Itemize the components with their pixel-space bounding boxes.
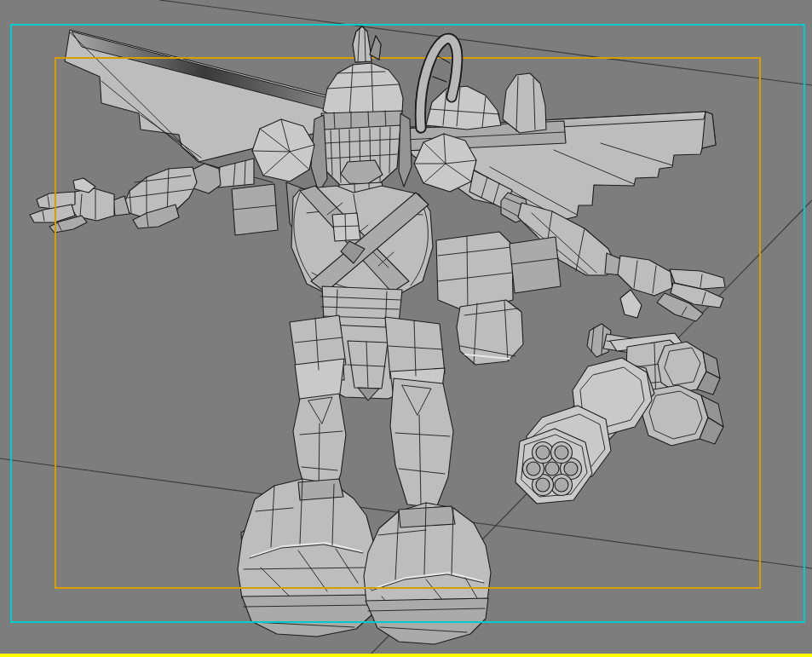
active-viewport-border xyxy=(0,654,812,657)
viewport-canvas[interactable] xyxy=(0,0,812,657)
right-hand xyxy=(618,256,725,321)
left-leg[interactable] xyxy=(290,315,346,496)
gun-muzzle xyxy=(515,429,592,504)
jetpack-canister-pod xyxy=(503,73,546,133)
left-arm[interactable] xyxy=(30,158,254,233)
jetpack-canister-dome xyxy=(426,86,501,130)
right-shin xyxy=(390,378,453,508)
harness-buckle xyxy=(332,213,360,241)
3d-viewport[interactable] xyxy=(0,0,812,657)
gatling-minigun[interactable] xyxy=(515,324,723,504)
helmet-side-left xyxy=(311,115,327,193)
left-shoulder[interactable] xyxy=(252,119,314,182)
winged-mech-robot[interactable] xyxy=(30,26,725,644)
torso[interactable] xyxy=(291,186,433,335)
side-pod[interactable] xyxy=(436,232,561,365)
right-boot[interactable] xyxy=(364,503,491,644)
left-boot-sole xyxy=(242,595,373,637)
grid-line-top xyxy=(159,0,812,85)
helmet-side-right xyxy=(399,113,412,187)
left-boot[interactable] xyxy=(238,479,375,637)
right-leg[interactable] xyxy=(385,317,453,508)
